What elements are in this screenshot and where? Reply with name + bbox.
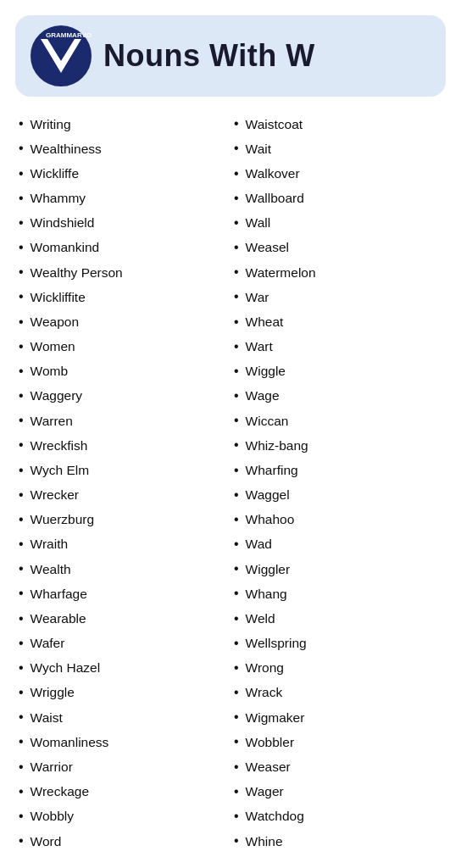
word-text: Whang: [246, 586, 287, 603]
word-text: Wage: [246, 387, 280, 404]
word-text: Wraith: [31, 536, 69, 553]
word-text: Wealth: [31, 561, 71, 578]
word-text: Watchdog: [246, 808, 304, 825]
bullet-icon: •: [234, 684, 239, 702]
list-item: •Womankind: [15, 236, 230, 260]
list-item: •Wych Elm: [15, 458, 230, 482]
left-column: •Writing•Wealthiness•Wickliffe•Whammy•Wi…: [15, 112, 230, 854]
word-text: Wad: [246, 536, 272, 553]
bullet-icon: •: [19, 363, 24, 381]
bullet-icon: •: [234, 511, 239, 529]
word-text: Wrong: [246, 659, 284, 676]
bullet-icon: •: [19, 832, 24, 850]
bullet-icon: •: [234, 338, 239, 356]
list-item: •Waggery: [15, 384, 230, 409]
word-text: Weaser: [246, 759, 291, 776]
word-text: Warren: [31, 413, 73, 430]
bullet-icon: •: [19, 239, 24, 257]
word-text: Wealthy Person: [31, 264, 123, 281]
word-text: Watermelon: [246, 264, 316, 281]
word-text: Wuerzburg: [31, 511, 95, 528]
word-text: Wait: [246, 141, 271, 158]
bullet-icon: •: [19, 190, 24, 208]
word-text: Weapon: [31, 314, 79, 331]
list-item: •Wage: [230, 384, 446, 409]
list-item: •Weapon: [15, 309, 230, 334]
word-text: Word: [31, 833, 62, 850]
list-item: •Whine: [230, 829, 446, 854]
word-text: Whiz-bang: [246, 437, 308, 454]
bullet-icon: •: [19, 536, 24, 554]
word-text: Wobbly: [31, 808, 74, 825]
list-item: •Weaser: [230, 754, 446, 779]
main-content: •Writing•Wealthiness•Wickliffe•Whammy•Wi…: [0, 105, 461, 862]
list-item: •Womanliness: [15, 730, 230, 754]
bullet-icon: •: [234, 733, 239, 751]
bullet-icon: •: [234, 610, 239, 628]
bullet-icon: •: [19, 684, 24, 702]
list-item: •Wraith: [15, 532, 230, 557]
word-text: Wrecker: [31, 487, 79, 504]
bullet-icon: •: [19, 585, 24, 603]
list-item: •Wiggle: [230, 359, 446, 384]
bullet-icon: •: [19, 808, 24, 826]
word-text: Wobbler: [246, 734, 294, 751]
word-text: Writing: [31, 116, 71, 133]
list-item: •Wickliffe: [15, 161, 230, 186]
bullet-icon: •: [234, 585, 239, 603]
word-text: Wallboard: [246, 190, 304, 207]
bullet-icon: •: [19, 511, 24, 529]
bullet-icon: •: [234, 288, 239, 306]
word-text: Wiggle: [246, 363, 286, 380]
list-item: •Wharfing: [230, 458, 446, 482]
bullet-icon: •: [234, 759, 239, 776]
word-text: Wager: [246, 783, 284, 800]
bullet-icon: •: [234, 214, 239, 232]
bullet-icon: •: [234, 387, 239, 405]
word-text: Wreckfish: [31, 437, 88, 454]
bullet-icon: •: [234, 659, 239, 677]
bullet-icon: •: [19, 783, 24, 801]
word-text: Wriggle: [31, 684, 75, 701]
bullet-icon: •: [19, 140, 24, 158]
word-text: Waistcoat: [246, 116, 303, 133]
list-item: •Wrong: [230, 656, 446, 681]
bullet-icon: •: [234, 437, 239, 454]
list-item: •Whiz-bang: [230, 433, 446, 458]
bullet-icon: •: [234, 783, 239, 801]
list-item: •Wait: [230, 136, 446, 161]
bullet-icon: •: [19, 659, 24, 677]
word-text: Weasel: [246, 239, 289, 256]
list-item: •Watermelon: [230, 260, 446, 285]
svg-text:GRAMMARVOCAB: GRAMMARVOCAB: [46, 31, 92, 39]
bullet-icon: •: [19, 610, 24, 628]
word-text: Womanliness: [31, 734, 109, 751]
word-text: Whahoo: [246, 511, 295, 528]
list-item: •Walkover: [230, 161, 446, 186]
bullet-icon: •: [19, 314, 24, 331]
word-text: Wickliffite: [31, 289, 86, 306]
list-item: •Whahoo: [230, 508, 446, 532]
list-item: •Wealth: [15, 557, 230, 581]
bullet-icon: •: [19, 462, 24, 480]
bullet-icon: •: [19, 759, 24, 776]
list-item: •Wheat: [230, 309, 446, 334]
page-title: Nouns With W: [103, 38, 315, 74]
bullet-icon: •: [19, 214, 24, 232]
word-text: Waggery: [31, 387, 82, 404]
list-item: •Wearable: [15, 606, 230, 631]
bullet-icon: •: [234, 412, 239, 430]
word-text: Womb: [31, 363, 69, 380]
word-text: Windshield: [31, 214, 95, 231]
list-item: •Writing: [15, 112, 230, 136]
word-text: Waggel: [246, 487, 290, 504]
word-text: Wickliffe: [31, 165, 79, 182]
word-text: Wiccan: [246, 413, 289, 430]
bullet-icon: •: [234, 832, 239, 850]
list-item: •Wall: [230, 211, 446, 236]
list-item: •Waistcoat: [230, 112, 446, 136]
bullet-icon: •: [19, 387, 24, 405]
list-item: •Watchdog: [230, 804, 446, 829]
list-item: •Wobbler: [230, 730, 446, 754]
bullet-icon: •: [234, 140, 239, 158]
